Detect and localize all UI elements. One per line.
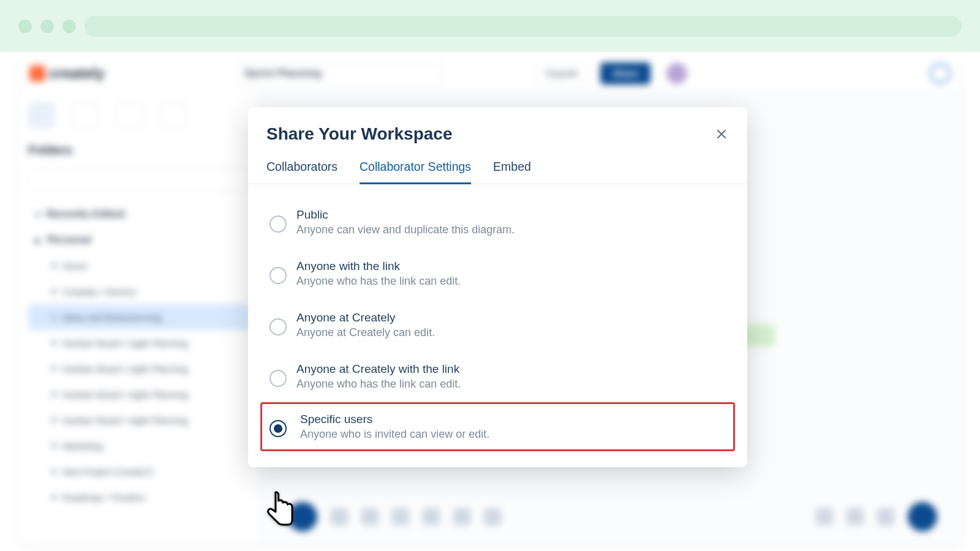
toolbar-icon[interactable] [846, 508, 864, 525]
bottom-toolbar [288, 501, 937, 533]
toolbar-icon[interactable] [423, 508, 440, 525]
toolbar-icon[interactable] [331, 508, 348, 525]
share-workspace-modal: Share Your Workspace Collaborators Colla… [248, 107, 747, 467]
document-title[interactable]: Sprint Planning [235, 62, 443, 84]
tree-item[interactable]: Creately • Diverse [28, 279, 250, 304]
close-button[interactable] [714, 127, 729, 141]
toolbar-icon[interactable] [816, 508, 833, 525]
toolbar-icon[interactable] [877, 508, 894, 525]
brand-text: creately [49, 65, 105, 82]
help-fab-icon[interactable] [908, 502, 937, 531]
tree-item[interactable]: Roadmap • Timeline [28, 484, 250, 510]
tree-item[interactable]: Marketing [28, 433, 250, 459]
option-desc: Anyone at Creately can edit. [296, 326, 435, 339]
sidebar-heading: Folders [28, 143, 250, 157]
brand-logo-icon [29, 66, 45, 81]
add-button-icon[interactable] [288, 502, 317, 531]
tab-collaborators[interactable]: Collaborators [266, 155, 337, 184]
help-icon[interactable] [930, 63, 951, 84]
export-label: Export [546, 68, 573, 78]
option-desc: Anyone who has the link can edit. [296, 378, 461, 391]
tree-item[interactable]: Kanban Board • Agile Planning [28, 381, 250, 407]
modal-tabs: Collaborators Collaborator Settings Embe… [248, 155, 747, 184]
option-desc: Anyone who has the link can edit. [296, 275, 461, 288]
url-bar[interactable] [85, 16, 962, 37]
tree-item[interactable]: Ideas and Brainstorming [28, 304, 250, 330]
tree-item[interactable]: Home [28, 253, 250, 279]
sidebar-search[interactable] [28, 168, 250, 190]
radio-icon[interactable] [270, 370, 287, 387]
radio-icon[interactable] [270, 267, 287, 284]
option-title: Anyone at Creately with the link [296, 362, 461, 376]
modal-title: Share Your Workspace [266, 124, 452, 144]
traffic-dot [62, 20, 76, 33]
browser-chrome [0, 0, 980, 52]
toolbar-icon[interactable] [484, 508, 501, 525]
tree-item[interactable]: Kanban Board • Agile Planning [28, 356, 250, 381]
tree-recently-edited[interactable]: Recently Edited [28, 201, 250, 227]
share-options-list: Public Anyone can view and duplicate thi… [248, 184, 747, 455]
export-button[interactable]: Export ▾ [535, 62, 589, 84]
option-desc: Anyone who is invited can view or edit. [300, 428, 489, 441]
share-option-anyone-link[interactable]: Anyone with the link Anyone who has the … [264, 248, 731, 299]
tree-item[interactable]: Kanban Board • Agile Planning [28, 407, 250, 433]
radio-icon[interactable] [270, 216, 287, 233]
tool-icon[interactable] [160, 102, 187, 129]
share-option-anyone-org-link[interactable]: Anyone at Creately with the link Anyone … [264, 351, 731, 402]
tab-collaborator-settings[interactable]: Collaborator Settings [360, 155, 471, 184]
brand: creately [29, 65, 140, 82]
tree-item[interactable]: Kanban Board • Agile Planning [28, 330, 250, 356]
radio-icon[interactable] [270, 420, 287, 437]
share-option-public[interactable]: Public Anyone can view and duplicate thi… [264, 197, 731, 248]
toolbar-icon[interactable] [361, 508, 379, 525]
tab-embed[interactable]: Embed [493, 155, 531, 184]
tree-item[interactable]: New Project Create(?) [28, 459, 250, 484]
sidebar: Folders Recently Edited ▸Personal Home C… [18, 92, 260, 545]
tool-icon[interactable] [28, 102, 55, 129]
share-option-anyone-org[interactable]: Anyone at Creately Anyone at Creately ca… [264, 299, 731, 351]
option-title: Anyone at Creately [296, 311, 435, 324]
toolbar-icon[interactable] [392, 508, 409, 525]
tool-icon[interactable] [116, 102, 143, 129]
option-title: Public [296, 208, 514, 222]
traffic-dot [18, 20, 32, 33]
traffic-dot [40, 20, 54, 33]
user-avatar[interactable] [666, 63, 687, 84]
toolbar-icon[interactable] [453, 508, 470, 525]
option-title: Specific users [300, 413, 489, 426]
share-button[interactable]: Share [600, 62, 650, 84]
radio-icon[interactable] [270, 318, 287, 335]
tree-personal[interactable]: ▸Personal [28, 227, 250, 253]
option-desc: Anyone can view and duplicate this diagr… [296, 223, 514, 236]
option-title: Anyone with the link [296, 260, 461, 273]
share-option-specific-users[interactable]: Specific users Anyone who is invited can… [260, 402, 735, 451]
close-icon [717, 130, 726, 138]
tool-icon[interactable] [72, 102, 99, 129]
